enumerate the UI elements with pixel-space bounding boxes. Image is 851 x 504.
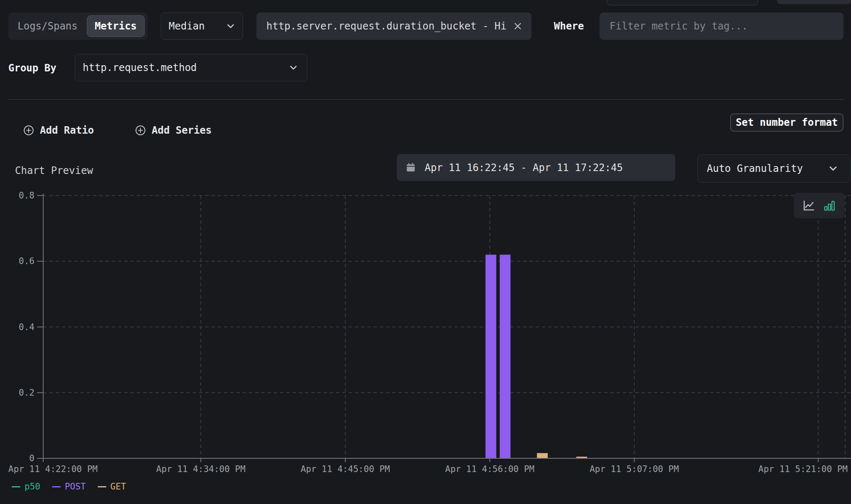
bar-GET[interactable] <box>537 453 548 458</box>
y-tick-label: 0.6 <box>19 256 34 266</box>
legend-label: p50 <box>25 482 40 492</box>
legend-dash <box>98 486 106 487</box>
legend-item-POST[interactable]: POST <box>52 482 86 492</box>
legend-label: POST <box>65 482 86 492</box>
bar-POST[interactable] <box>500 254 511 458</box>
x-tick-label: Apr 11 4:45:00 PM <box>301 464 390 474</box>
x-tick-label: Apr 11 4:34:00 PM <box>156 464 246 474</box>
x-tick-label: Apr 11 5:07:00 PM <box>590 464 679 474</box>
y-tick-label: 0.4 <box>19 322 34 332</box>
bar-chart-icon[interactable] <box>823 199 836 212</box>
legend-dash <box>12 486 20 487</box>
bar-POST[interactable] <box>485 254 496 458</box>
y-tick-label: 0.8 <box>19 191 34 201</box>
legend-item-p50[interactable]: p50 <box>12 482 40 492</box>
bar-GET[interactable] <box>576 457 587 458</box>
x-tick-label: Apr 11 4:22:00 PM <box>8 464 98 474</box>
y-tick-label: 0 <box>29 453 34 463</box>
y-tick-label: 0.2 <box>19 388 34 398</box>
legend-label: GET <box>111 482 126 492</box>
chart-canvas: 00.20.40.60.8Apr 11 4:22:00 PMApr 11 4:3… <box>0 0 851 504</box>
legend-item-GET[interactable]: GET <box>98 482 126 492</box>
legend-dash <box>52 486 61 487</box>
x-tick-label: Apr 11 4:56:00 PM <box>445 464 534 474</box>
line-chart-icon[interactable] <box>802 199 815 212</box>
chart-legend: p50POSTGET <box>12 482 126 492</box>
metrics-chart-builder: Logs/Spans Metrics Median http.server.re… <box>0 0 851 504</box>
chart-type-toggle <box>794 193 844 218</box>
x-tick-label: Apr 11 5:21:00 PM <box>758 464 848 474</box>
